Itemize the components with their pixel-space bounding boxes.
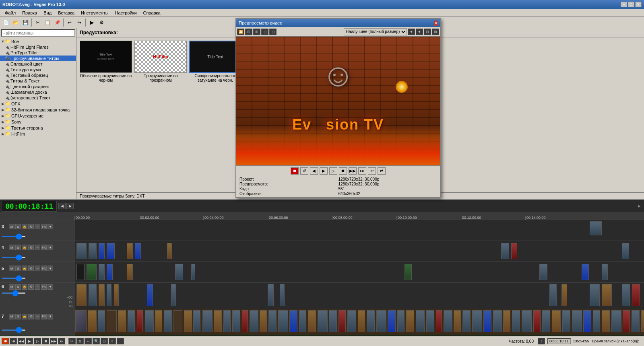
clip-7-56[interactable] <box>611 310 621 332</box>
clip-7-14[interactable] <box>202 310 213 332</box>
clip-4-3[interactable] <box>99 243 105 259</box>
minimize-button[interactable]: ─ <box>621 2 627 7</box>
clip-4-8[interactable] <box>501 243 509 259</box>
tree-item-chess[interactable]: 🔌 Шахматная доска <box>0 89 76 95</box>
track-6-motion[interactable]: ↔ <box>35 284 40 290</box>
menu-edit[interactable]: Правка <box>19 10 40 16</box>
clip-4-10[interactable] <box>622 243 629 259</box>
clip-7-49[interactable] <box>542 310 550 332</box>
track-6-lock[interactable]: 🔒 <box>22 284 27 290</box>
tl-razor-btn[interactable]: ⊠ <box>76 338 84 344</box>
preview-quality-select[interactable]: Наилучшее (полный размер) <box>344 28 407 35</box>
menu-tools[interactable]: Инструменты <box>78 10 112 16</box>
menu-file[interactable]: Файл <box>2 10 19 16</box>
settings-button[interactable]: ⚙ <box>97 18 106 27</box>
next-frame-btn[interactable]: ▶▶ <box>349 167 357 175</box>
track-5-volume[interactable] <box>2 278 26 279</box>
clip-7-47[interactable] <box>522 310 532 332</box>
clip-7-44[interactable] <box>493 310 502 332</box>
clip-4-2[interactable] <box>89 243 97 259</box>
track-5-lock[interactable]: 🔒 <box>22 266 27 271</box>
clip-6-14[interactable] <box>622 284 630 306</box>
clip-4-4[interactable] <box>107 243 115 259</box>
track-3-motion[interactable]: ↔ <box>35 224 40 229</box>
clip-6-9[interactable] <box>280 284 285 306</box>
clip-7-12[interactable] <box>184 310 192 332</box>
clip-7-23[interactable] <box>289 310 297 332</box>
record-btn[interactable]: ⏺ <box>291 167 299 175</box>
close-button[interactable]: ✕ <box>635 2 642 7</box>
clip-7-34[interactable] <box>397 310 405 332</box>
clip-6-3[interactable] <box>99 284 105 306</box>
track-6-fx[interactable]: FX <box>41 284 47 290</box>
tree-expand-hitfilm[interactable]: ▶ <box>1 132 5 136</box>
track-3-lock[interactable]: 🔒 <box>22 224 27 229</box>
clip-6-11[interactable] <box>561 284 567 306</box>
tl-record-btn[interactable]: ⏺ <box>2 338 9 344</box>
save-button[interactable]: 💾 <box>21 18 30 27</box>
tl-more-btn[interactable]: ⋯ <box>117 338 124 344</box>
menu-help[interactable]: Справка <box>140 10 164 16</box>
clip-5-3[interactable] <box>99 264 105 280</box>
track-4-solo[interactable]: S <box>15 245 21 250</box>
paste-button[interactable]: 📌 <box>53 18 62 27</box>
clip-4-9[interactable] <box>511 243 517 259</box>
cut-button[interactable]: ✂ <box>33 18 42 27</box>
clip-7-33[interactable] <box>388 310 396 332</box>
clip-7-24[interactable] <box>299 310 306 332</box>
clip-7-9[interactable] <box>155 310 162 332</box>
clip-7-20[interactable] <box>260 310 267 332</box>
track-7-comp[interactable]: ▼ <box>47 314 53 319</box>
track-4-motion[interactable]: ↔ <box>35 245 40 250</box>
track-7-content[interactable] <box>74 309 644 335</box>
tree-folder-sony[interactable]: ▶ 📁 Sony <box>0 119 76 125</box>
tree-item-test[interactable]: 🔌 Тестовый образец <box>0 72 76 78</box>
prev-btn-1[interactable]: 🎦 <box>237 29 244 35</box>
tree-folder-gpu[interactable]: ▶ 📁 GPU-ускорение <box>0 113 76 119</box>
render-button[interactable]: ▶ <box>87 18 96 27</box>
track-6-solo[interactable]: S <box>15 284 21 290</box>
clip-7-45[interactable] <box>503 310 510 332</box>
clip-7-27[interactable] <box>329 310 337 332</box>
clip-7-6[interactable] <box>128 310 135 332</box>
track-7-motion[interactable]: ↔ <box>35 314 40 319</box>
clip-7-13[interactable] <box>193 310 200 332</box>
clip-5-2[interactable] <box>87 264 97 280</box>
new-button[interactable]: 📄 <box>2 18 10 27</box>
play-loop-btn[interactable]: ▷ <box>329 167 337 175</box>
clip-7-57[interactable] <box>623 310 630 332</box>
tl-select-btn[interactable]: ↔ <box>85 338 92 344</box>
clip-5-10[interactable] <box>582 264 589 280</box>
clip-7-18[interactable] <box>242 310 248 332</box>
tl-next-btn[interactable]: ▶ <box>66 203 74 209</box>
clip-7-46[interactable] <box>512 310 520 332</box>
track-5-motion[interactable]: ↔ <box>35 266 40 271</box>
clip-5-1[interactable] <box>76 264 85 280</box>
tl-snap-btn[interactable]: ⊡ <box>101 338 108 344</box>
prev-btn-4[interactable]: ◻ <box>261 29 268 35</box>
clip-4-7[interactable] <box>167 243 172 259</box>
tree-expand-ofx[interactable]: ▶ <box>1 102 5 106</box>
clip-7-16[interactable] <box>223 310 231 332</box>
tree-item-legacy[interactable]: 🔌 (устаревшее) Текст <box>0 95 76 101</box>
clip-7-39[interactable] <box>444 310 452 332</box>
track-3-content[interactable] <box>74 220 644 241</box>
clip-7-51[interactable] <box>562 310 570 332</box>
tl-end-btn[interactable]: ⏭ <box>58 338 65 344</box>
clip-6-2[interactable] <box>89 284 97 306</box>
track-3-fx[interactable]: FX <box>41 224 47 229</box>
clip-7-17[interactable] <box>232 310 240 332</box>
clip-7-3[interactable] <box>98 310 105 332</box>
end-btn[interactable]: ⏭ <box>358 167 366 175</box>
clip-7-48[interactable] <box>533 310 541 332</box>
preset-item-1[interactable]: Title Textsubtitle here Обычное прокручи… <box>80 41 132 189</box>
clip-4-5[interactable] <box>127 243 133 259</box>
tree-expand-third[interactable]: ▶ <box>1 126 5 130</box>
track-4-comp[interactable]: ▼ <box>47 245 53 250</box>
tree-expand-root[interactable]: ▼ <box>1 39 5 43</box>
clip-5-7[interactable] <box>191 264 195 280</box>
tree-item-noise[interactable]: 🔌 Текстура шума <box>0 67 76 72</box>
clip-5-6[interactable] <box>175 264 183 280</box>
clip-7-43[interactable] <box>483 310 491 332</box>
clip-7-2[interactable] <box>88 310 97 332</box>
